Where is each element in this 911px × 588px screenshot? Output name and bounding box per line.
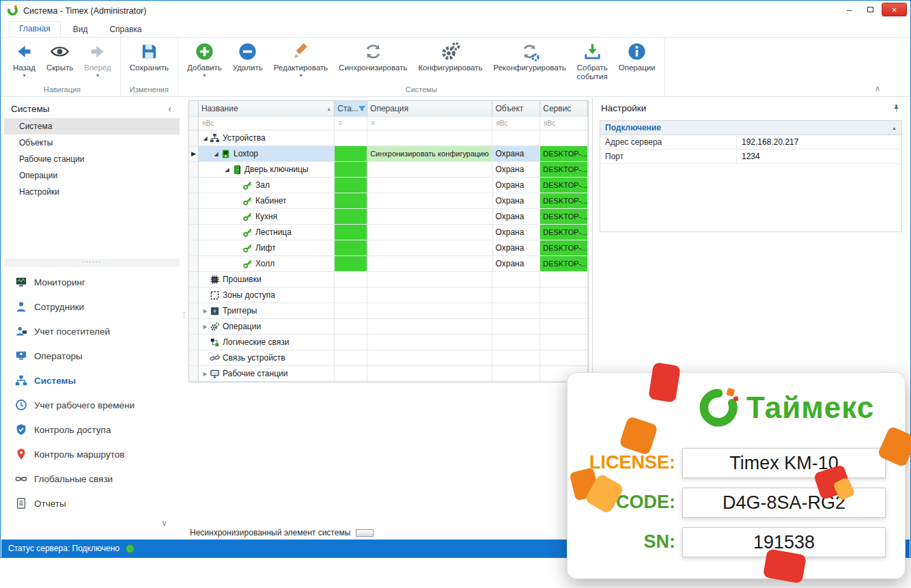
table-row[interactable]: ▶Рабочие станции xyxy=(189,366,588,382)
maximize-button[interactable] xyxy=(860,3,880,16)
ribbon-collapse-icon[interactable]: ∧ xyxy=(875,84,880,93)
column-header-0[interactable]: Название▲ xyxy=(199,101,335,116)
ribbon-button-2-6[interactable]: Собрать события xyxy=(572,39,613,81)
table-row[interactable]: ◢Дверь ключницыОхранаDESKTOP-... xyxy=(189,162,588,178)
table-row[interactable]: ЗалОхранаDESKTOP-... xyxy=(189,178,588,193)
sidebar-item-1[interactable]: Объекты xyxy=(4,135,180,151)
expand-node-icon[interactable]: ▶ xyxy=(201,324,210,330)
ribbon: ∧ Назад▾СкрытьВперед▾НавигацияСохранитьИ… xyxy=(1,38,910,97)
sidebar-item-3[interactable]: Операции xyxy=(4,167,180,184)
table-row[interactable]: ХоллОхранаDESKTOP-... xyxy=(189,256,588,272)
table-row[interactable]: КабинетОхранаDESKTOP-... xyxy=(189,193,588,209)
minimize-button[interactable]: – xyxy=(839,3,859,16)
table-row[interactable]: Зоны доступа xyxy=(189,288,588,303)
table-row[interactable]: ▶Триггеры xyxy=(189,303,588,319)
settings-row-1: Порт1234 xyxy=(600,150,901,164)
filter-cell-4[interactable]: яBс xyxy=(540,117,588,130)
service-cell: DESKTOP-... xyxy=(540,225,588,240)
ribbon-button-2-1[interactable]: Удалить xyxy=(227,39,268,72)
collapse-node-icon[interactable]: ◢ xyxy=(212,151,221,157)
table-row[interactable]: Логические связи xyxy=(189,335,588,350)
row-name-label: Триггеры xyxy=(223,306,257,316)
table-row[interactable]: ◢Устройства xyxy=(189,130,588,146)
table-row[interactable]: ▶Операции xyxy=(189,319,588,335)
configure-icon xyxy=(440,42,460,61)
sidebar-collapse-icon[interactable]: ‹ xyxy=(168,103,171,114)
nav-item-5[interactable]: Учет рабочего времени xyxy=(4,393,180,417)
status-cell xyxy=(335,240,367,255)
tab-2[interactable]: Справка xyxy=(100,23,151,37)
tab-1[interactable]: Вид xyxy=(64,23,98,37)
nav-item-3[interactable]: Операторы xyxy=(4,344,180,368)
table-row[interactable]: ▶◢LoxtopСинхронизировать конфигурациюОхр… xyxy=(189,146,588,162)
operation-cell xyxy=(367,240,492,255)
nav-item-6[interactable]: Контроль доступа xyxy=(4,417,180,442)
table-row[interactable]: Прошивки xyxy=(189,272,588,288)
ribbon-button-0-1[interactable]: Скрыть xyxy=(41,39,79,72)
edit-icon xyxy=(291,42,311,61)
operation-cell xyxy=(367,303,492,318)
confetti-shape xyxy=(648,362,681,403)
row-indicator xyxy=(189,178,199,193)
ribbon-button-2-2[interactable]: Редактировать▾ xyxy=(268,39,333,79)
vertical-splitter[interactable]: ⋮ xyxy=(180,98,188,539)
nav-item-label: Учет посетителей xyxy=(34,326,110,337)
ribbon-group-2: Добавить▾УдалитьРедактировать▾Синхронизи… xyxy=(178,38,665,96)
nav-item-4[interactable]: Системы xyxy=(4,368,180,393)
filter-cell-1[interactable]: = xyxy=(335,117,367,130)
name-cell: Прошивки xyxy=(199,272,335,287)
name-cell: Кухня xyxy=(199,209,335,224)
nav-item-0[interactable]: Мониторинг xyxy=(4,270,180,294)
nav-item-2[interactable]: Учет посетителей xyxy=(4,319,180,344)
nav-item-9[interactable]: Отчеты xyxy=(4,491,180,516)
ribbon-button-2-3[interactable]: Синхронизировать xyxy=(333,39,412,72)
service-cell: DESKTOP-... xyxy=(540,240,588,255)
close-button[interactable]: × xyxy=(882,3,907,16)
collapse-node-icon[interactable]: ◢ xyxy=(201,135,210,141)
settings-group-header[interactable]: Подключение ▲ xyxy=(600,121,901,135)
settings-field-value[interactable]: 1234 xyxy=(737,150,901,163)
nav-item-7[interactable]: Контроль маршрутов xyxy=(4,442,180,466)
filter-cell-0[interactable]: яBс xyxy=(199,117,335,130)
object-cell: Охрана xyxy=(493,225,541,240)
sidebar-splitter[interactable]: ······ xyxy=(4,259,180,267)
ribbon-button-label: Добавить xyxy=(187,64,222,72)
pin-icon[interactable] xyxy=(892,104,901,113)
sidebar-item-4[interactable]: Настройки xyxy=(4,184,180,200)
ribbon-button-1-0[interactable]: Сохранить xyxy=(124,39,174,72)
ribbon-button-2-0[interactable]: Добавить▾ xyxy=(182,39,227,79)
ribbon-button-0-0[interactable]: Назад▾ xyxy=(8,39,41,79)
column-header-3[interactable]: Объект xyxy=(492,101,540,116)
monitoring-icon xyxy=(15,276,27,288)
table-row[interactable]: ЛифтОхранаDESKTOP-... xyxy=(189,240,588,256)
table-row[interactable]: Связь устройств xyxy=(189,350,588,366)
filter-cell-2[interactable]: = xyxy=(367,117,492,130)
settings-field-label: Адрес сервера xyxy=(600,135,737,149)
filter-row[interactable]: яBс==яBсяBс xyxy=(189,116,588,130)
name-cell: Лестница xyxy=(199,225,335,240)
sidebar-item-2[interactable]: Рабочие станции xyxy=(4,151,180,167)
ribbon-button-2-4[interactable]: Конфигурировать xyxy=(412,39,488,72)
nav-item-8[interactable]: Глобальные связи xyxy=(4,466,180,491)
sidebar-overflow-chevron-icon[interactable]: ∨ xyxy=(161,518,167,528)
column-header-2[interactable]: Операция xyxy=(367,101,492,116)
ribbon-button-0-2[interactable]: Вперед▾ xyxy=(79,39,117,79)
nav-item-1[interactable]: Сотрудники xyxy=(4,294,180,319)
column-header-4[interactable]: Сервис xyxy=(540,101,588,116)
table-row[interactable]: КухняОхранаDESKTOP-... xyxy=(189,209,588,225)
expand-node-icon[interactable]: ▶ xyxy=(201,308,210,314)
ribbon-button-2-5[interactable]: Реконфигурировать xyxy=(488,39,572,72)
ribbon-button-2-7[interactable]: Операции xyxy=(613,39,661,72)
collapse-node-icon[interactable]: ◢ xyxy=(223,167,232,173)
object-cell xyxy=(492,319,540,334)
operations-icon xyxy=(210,322,220,332)
ribbon-button-label: Собрать события xyxy=(577,64,608,81)
tab-0[interactable]: Главная xyxy=(9,21,61,37)
ribbon-button-label: Синхронизировать xyxy=(339,64,407,72)
sidebar-item-0[interactable]: Система xyxy=(4,118,180,135)
filter-cell-3[interactable]: яBс xyxy=(492,117,540,130)
column-header-1[interactable]: Ста... xyxy=(335,101,367,116)
settings-field-value[interactable]: 192.168.20.217 xyxy=(737,135,901,149)
expand-node-icon[interactable]: ▶ xyxy=(201,371,210,377)
table-row[interactable]: ЛестницаОхранаDESKTOP-... xyxy=(189,225,588,240)
